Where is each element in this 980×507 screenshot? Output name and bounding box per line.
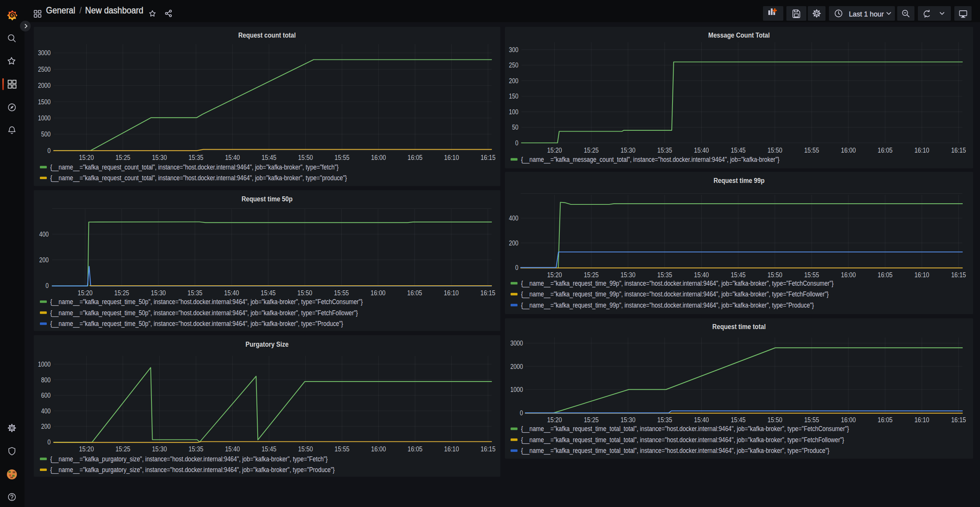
svg-text:3000: 3000 xyxy=(38,49,51,57)
svg-text:16:00: 16:00 xyxy=(841,147,856,154)
svg-text:15:45: 15:45 xyxy=(731,416,746,424)
svg-text:200: 200 xyxy=(41,423,51,430)
svg-text:250: 250 xyxy=(509,61,518,69)
svg-text:15:40: 15:40 xyxy=(694,271,709,279)
svg-text:800: 800 xyxy=(41,376,51,384)
svg-text:16:15: 16:15 xyxy=(480,289,495,297)
svg-text:16:15: 16:15 xyxy=(951,147,966,154)
svg-text:{__name__="kafka_request_time_: {__name__="kafka_request_time_total_tota… xyxy=(521,447,829,455)
svg-text:{__name__="kafka_request_time_: {__name__="kafka_request_time_50p", inst… xyxy=(50,298,363,306)
svg-text:Request time total: Request time total xyxy=(712,323,766,331)
svg-text:15:40: 15:40 xyxy=(694,147,709,154)
svg-text:15:45: 15:45 xyxy=(731,147,746,154)
svg-text:15:40: 15:40 xyxy=(225,154,240,161)
svg-text:300: 300 xyxy=(509,46,518,54)
svg-text:15:50: 15:50 xyxy=(768,416,783,424)
svg-text:16:05: 16:05 xyxy=(408,154,423,161)
svg-text:New dashboard: New dashboard xyxy=(85,5,143,15)
svg-text:1000: 1000 xyxy=(510,386,523,393)
svg-text:15:20: 15:20 xyxy=(79,154,94,161)
svg-text:15:25: 15:25 xyxy=(115,445,130,453)
svg-text:Last 1 hour: Last 1 hour xyxy=(849,10,884,18)
svg-text:16:00: 16:00 xyxy=(371,154,386,161)
svg-text:0: 0 xyxy=(515,139,518,147)
svg-text:200: 200 xyxy=(39,256,49,264)
svg-text:16:15: 16:15 xyxy=(951,271,966,279)
svg-text:15:35: 15:35 xyxy=(657,271,672,279)
svg-text:2000: 2000 xyxy=(38,82,51,89)
svg-text:3000: 3000 xyxy=(510,339,523,347)
svg-text:500: 500 xyxy=(41,130,51,138)
svg-text:{__name__="kafka_request_count: {__name__="kafka_request_count_total", i… xyxy=(50,174,347,182)
svg-text:16:10: 16:10 xyxy=(914,147,929,154)
svg-text:16:10: 16:10 xyxy=(444,289,459,297)
svg-text:15:40: 15:40 xyxy=(225,445,240,453)
svg-text:{__name__="kafka_purgatory_siz: {__name__="kafka_purgatory_size", instan… xyxy=(50,455,328,463)
svg-text:16:00: 16:00 xyxy=(841,416,856,424)
svg-text:15:20: 15:20 xyxy=(547,147,562,154)
svg-text:600: 600 xyxy=(41,392,51,399)
svg-text:15:35: 15:35 xyxy=(657,416,672,424)
svg-text:15:25: 15:25 xyxy=(584,416,599,424)
svg-text:15:25: 15:25 xyxy=(114,289,129,297)
svg-text:{__name__="kafka_request_time_: {__name__="kafka_request_time_99p", inst… xyxy=(521,290,829,298)
svg-text:Request time 99p: Request time 99p xyxy=(714,176,765,184)
svg-text:15:40: 15:40 xyxy=(694,416,709,424)
svg-text:15:35: 15:35 xyxy=(187,289,202,297)
svg-text:15:20: 15:20 xyxy=(547,416,562,424)
svg-text:15:45: 15:45 xyxy=(261,154,276,161)
svg-text:0: 0 xyxy=(46,282,49,290)
svg-text:16:15: 16:15 xyxy=(481,154,496,161)
svg-text:200: 200 xyxy=(509,239,518,247)
svg-text:15:40: 15:40 xyxy=(224,289,239,297)
svg-text:1000: 1000 xyxy=(38,360,51,368)
svg-text:15:50: 15:50 xyxy=(298,154,313,161)
svg-text:15:45: 15:45 xyxy=(261,289,276,297)
svg-text:Request time 50p: Request time 50p xyxy=(242,195,293,203)
svg-text:15:25: 15:25 xyxy=(584,147,599,154)
svg-text:16:15: 16:15 xyxy=(951,416,966,424)
svg-text:0: 0 xyxy=(48,147,51,155)
svg-text:15:20: 15:20 xyxy=(547,271,562,279)
svg-text:2000: 2000 xyxy=(510,363,523,370)
svg-text:{__name__="kafka_request_time_: {__name__="kafka_request_time_99p", inst… xyxy=(521,280,834,288)
svg-text:2500: 2500 xyxy=(38,66,51,73)
svg-text:15:30: 15:30 xyxy=(152,154,167,161)
svg-text:0: 0 xyxy=(520,409,523,417)
svg-text:/: / xyxy=(79,5,82,15)
svg-text:15:45: 15:45 xyxy=(261,445,276,453)
svg-text:15:30: 15:30 xyxy=(621,416,636,424)
svg-text:15:30: 15:30 xyxy=(621,271,636,279)
svg-text:15:20: 15:20 xyxy=(78,289,93,297)
svg-text:{__name__="kafka_purgatory_siz: {__name__="kafka_purgatory_size", instan… xyxy=(50,466,335,474)
svg-text:15:30: 15:30 xyxy=(151,289,166,297)
svg-text:{__name__="kafka_request_time_: {__name__="kafka_request_time_50p", inst… xyxy=(50,309,358,317)
svg-text:15:20: 15:20 xyxy=(79,445,94,453)
svg-text:15:35: 15:35 xyxy=(189,445,204,453)
svg-text:Purgatory Size: Purgatory Size xyxy=(245,340,289,348)
svg-text:16:05: 16:05 xyxy=(408,445,423,453)
svg-text:16:05: 16:05 xyxy=(878,147,893,154)
svg-text:15:30: 15:30 xyxy=(621,147,636,154)
svg-text:400: 400 xyxy=(509,214,518,222)
svg-text:15:55: 15:55 xyxy=(334,289,349,297)
svg-text:15:50: 15:50 xyxy=(298,289,312,297)
svg-text:{__name__="kafka_request_time_: {__name__="kafka_request_time_50p", inst… xyxy=(50,320,343,328)
svg-text:200: 200 xyxy=(509,77,518,85)
svg-text:{__name__="kafka_request_time_: {__name__="kafka_request_time_99p", inst… xyxy=(521,301,814,309)
svg-text:General: General xyxy=(46,5,75,15)
svg-text:400: 400 xyxy=(39,230,49,238)
svg-text:16:00: 16:00 xyxy=(371,289,386,297)
svg-text:15:55: 15:55 xyxy=(804,147,819,154)
svg-text:{__name__="kafka_message_count: {__name__="kafka_message_count_total", i… xyxy=(521,156,779,164)
svg-text:16:00: 16:00 xyxy=(841,271,856,279)
svg-text:15:45: 15:45 xyxy=(731,271,746,279)
svg-text:15:30: 15:30 xyxy=(152,445,167,453)
svg-text:15:55: 15:55 xyxy=(335,445,350,453)
svg-text:150: 150 xyxy=(509,92,518,100)
svg-text:16:10: 16:10 xyxy=(914,271,929,279)
svg-text:16:05: 16:05 xyxy=(878,416,893,424)
svg-text:100: 100 xyxy=(509,108,518,116)
svg-text:{__name__="kafka_request_count: {__name__="kafka_request_count_total", i… xyxy=(50,163,339,171)
svg-text:16:15: 16:15 xyxy=(481,445,496,453)
